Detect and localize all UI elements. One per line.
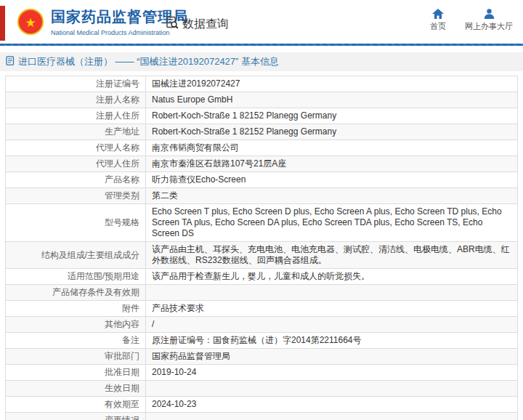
row-label: 注册人住所: [6, 108, 146, 124]
data-query-tab[interactable]: 数据查询: [166, 16, 229, 33]
row-value: 该产品由主机、耳探头、充电电池、电池充电器、测试腔、清洁线、电极电缆、ABR电缆…: [146, 242, 518, 269]
table-row: 生效日期: [6, 381, 518, 397]
header-nav: 首页 网上办事大厅: [430, 9, 513, 32]
page: ★ 国家药品监督管理局 National Medical Products Ad…: [0, 0, 523, 420]
row-value: /: [146, 317, 518, 333]
page-title-bar: 进口医疗器械（注册） —— “国械注进20192072427” 基本信息: [0, 52, 523, 71]
row-label: 型号规格: [6, 204, 146, 242]
row-value: Robert-Koch-Straße 1 82152 Planegg Germa…: [146, 124, 518, 140]
row-label: 管理类别: [6, 188, 146, 204]
table-row: 生产地址Robert-Koch-Straße 1 82152 Planegg G…: [6, 124, 518, 140]
nav-service-hall-label: 网上办事大厅: [465, 21, 513, 32]
row-label: 结构及组成/主要组成成分: [6, 242, 146, 269]
row-value: 第二类: [146, 188, 518, 204]
table-row: 审批部门国家药品监督管理局: [6, 349, 518, 365]
row-label: 产品名称: [6, 172, 146, 188]
row-value: 国械注进20192072427: [146, 76, 518, 92]
table-row: 代理人住所南京市秦淮区石鼓路107号21层A座: [6, 156, 518, 172]
row-label: 生产地址: [6, 124, 146, 140]
table-row: 结构及组成/主要组成成分该产品由主机、耳探头、充电电池、电池充电器、测试腔、清洁…: [6, 242, 518, 269]
row-value: [146, 413, 518, 420]
table-row: 附件产品技术要求: [6, 301, 518, 317]
row-value: Robert-Koch-Straße 1 82152 Planegg Germa…: [146, 108, 518, 124]
info-table: 注册证编号国械注进20192072427注册人名称Natus Europe Gm…: [5, 76, 518, 420]
row-value: 产品技术要求: [146, 301, 518, 317]
table-row: 管理类别第二类: [6, 188, 518, 204]
row-value: 2024-10-23: [146, 397, 518, 413]
row-value: 2019-10-24: [146, 365, 518, 381]
header-divider: [0, 44, 523, 46]
row-value: 南京伟韬商贸有限公司: [146, 140, 518, 156]
row-value: 原注册证编号：国食药监械（进）字2014第2211664号: [146, 333, 518, 349]
row-label: 产品储存条件及有效期: [6, 285, 146, 301]
national-emblem-logo: ★: [17, 9, 44, 35]
row-label: 批准日期: [6, 365, 146, 381]
row-value: 国家药品监督管理局: [146, 349, 518, 365]
row-label: 注册人名称: [6, 92, 146, 108]
table-row: 注册证编号国械注进20192072427: [6, 76, 518, 92]
table-row: 批准日期2019-10-24: [6, 365, 518, 381]
document-icon: [6, 55, 15, 68]
row-value: Echo Screen T plus, Echo Screen D plus, …: [146, 204, 518, 242]
row-value: 该产品用于检查新生儿，婴儿，儿童和成人的听觉损失。: [146, 269, 518, 285]
table-row: 变更情况: [6, 413, 518, 420]
table-row: 备注原注册证编号：国食药监械（进）字2014第2211664号: [6, 333, 518, 349]
nav-home-label: 首页: [430, 21, 446, 32]
page-title: 进口医疗器械（注册） —— “国械注进20192072427” 基本信息: [18, 55, 279, 68]
row-value: [146, 285, 518, 301]
red-edge-strip: [0, 6, 5, 41]
row-label: 备注: [6, 333, 146, 349]
row-value: Natus Europe GmbH: [146, 92, 518, 108]
site-header: ★ 国家药品监督管理局 National Medical Products Ad…: [0, 0, 523, 44]
table-row: 产品名称听力筛查仪Echo-Screen: [6, 172, 518, 188]
row-label: 变更情况: [6, 413, 146, 420]
table-row: 产品储存条件及有效期: [6, 285, 518, 301]
nav-home[interactable]: 首页: [430, 9, 446, 32]
row-label: 代理人名称: [6, 140, 146, 156]
table-row: 注册人名称Natus Europe GmbH: [6, 92, 518, 108]
row-value: 南京市秦淮区石鼓路107号21层A座: [146, 156, 518, 172]
home-icon: [432, 9, 444, 19]
table-row: 有效期至2024-10-23: [6, 397, 518, 413]
table-row: 型号规格Echo Screen T plus, Echo Screen D pl…: [6, 204, 518, 242]
row-value: [146, 381, 518, 397]
table-row: 适用范围/预期用途该产品用于检查新生儿，婴儿，儿童和成人的听觉损失。: [6, 269, 518, 285]
table-row: 代理人名称南京伟韬商贸有限公司: [6, 140, 518, 156]
table-row: 注册人住所Robert-Koch-Straße 1 82152 Planegg …: [6, 108, 518, 124]
row-value: 听力筛查仪Echo-Screen: [146, 172, 518, 188]
nav-service-hall[interactable]: 网上办事大厅: [465, 9, 513, 32]
row-label: 代理人住所: [6, 156, 146, 172]
row-label: 适用范围/预期用途: [6, 269, 146, 285]
row-label: 附件: [6, 301, 146, 317]
data-query-label: 数据查询: [182, 17, 229, 32]
row-label: 审批部门: [6, 349, 146, 365]
row-label: 有效期至: [6, 397, 146, 413]
user-icon: [484, 9, 495, 19]
row-label: 注册证编号: [6, 76, 146, 92]
row-label: 生效日期: [6, 381, 146, 397]
table-row: 其他内容/: [6, 317, 518, 333]
row-label: 其他内容: [6, 317, 146, 333]
info-table-body: 注册证编号国械注进20192072427注册人名称Natus Europe Gm…: [6, 76, 518, 420]
data-query-icon: [166, 16, 179, 33]
info-table-wrap: 注册证编号国械注进20192072427注册人名称Natus Europe Gm…: [5, 76, 518, 420]
